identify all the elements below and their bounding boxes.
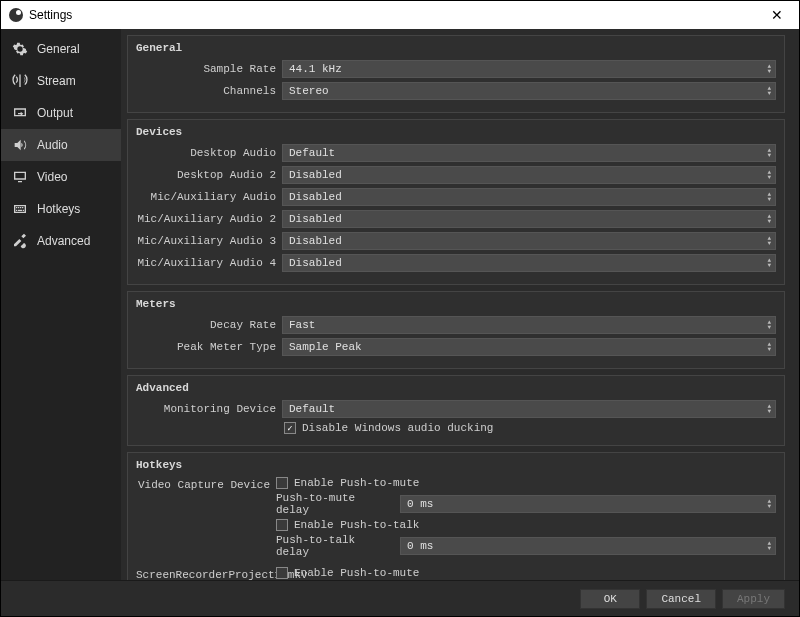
select-value: Default (289, 147, 335, 159)
select-value: Disabled (289, 213, 342, 225)
channels-label: Channels (136, 85, 276, 97)
select-value: Sample Peak (289, 341, 362, 353)
monitoring-device-select[interactable]: Default▲▼ (282, 400, 776, 418)
decay-rate-select[interactable]: Fast▲▼ (282, 316, 776, 334)
section-title: Devices (136, 126, 776, 138)
desktop-audio2-select[interactable]: Disabled▲▼ (282, 166, 776, 184)
sidebar-item-label: Hotkeys (37, 202, 80, 216)
mic-audio2-select[interactable]: Disabled▲▼ (282, 210, 776, 228)
ptt-enable-label: Enable Push-to-talk (294, 519, 419, 531)
ok-button[interactable]: OK (580, 589, 640, 609)
sidebar-item-label: Audio (37, 138, 68, 152)
sidebar: General Stream Output Audio Video Hotkey… (1, 29, 121, 580)
ptt-delay-input[interactable]: 0 ms▲▼ (400, 537, 776, 555)
ptm-enable-label: Enable Push-to-mute (294, 567, 419, 579)
section-title: Advanced (136, 382, 776, 394)
output-icon (11, 105, 29, 121)
mic-audio-select[interactable]: Disabled▲▼ (282, 188, 776, 206)
close-button[interactable]: ✕ (763, 7, 791, 23)
hotkey-source-label: ScreenRecorderProject1.mkv (136, 567, 276, 580)
sidebar-item-output[interactable]: Output (1, 97, 121, 129)
antenna-icon (11, 73, 29, 89)
mic-audio3-select[interactable]: Disabled▲▼ (282, 232, 776, 250)
ptm-delay-input[interactable]: 0 ms▲▼ (400, 495, 776, 513)
select-arrows-icon: ▲▼ (767, 64, 771, 74)
sidebar-item-label: Advanced (37, 234, 90, 248)
sidebar-item-label: Video (37, 170, 67, 184)
ptm-delay-label: Push-to-mute delay (276, 492, 394, 516)
ptm-checkbox[interactable] (276, 477, 288, 489)
section-title: Meters (136, 298, 776, 310)
mic-audio4-select[interactable]: Disabled▲▼ (282, 254, 776, 272)
section-title: General (136, 42, 776, 54)
device-label: Mic/Auxiliary Audio 4 (136, 257, 276, 269)
device-label: Mic/Auxiliary Audio 2 (136, 213, 276, 225)
keyboard-icon (11, 201, 29, 217)
select-arrows-icon: ▲▼ (767, 258, 771, 268)
titlebar: Settings ✕ (1, 1, 799, 29)
section-meters: Meters Decay RateFast▲▼ Peak Meter TypeS… (127, 291, 785, 369)
gear-icon (11, 41, 29, 57)
section-general: General Sample Rate 44.1 kHz ▲▼ Channels… (127, 35, 785, 113)
settings-content: General Sample Rate 44.1 kHz ▲▼ Channels… (121, 29, 799, 580)
channels-select[interactable]: Stereo ▲▼ (282, 82, 776, 100)
select-value: Disabled (289, 191, 342, 203)
device-label: Mic/Auxiliary Audio (136, 191, 276, 203)
sample-rate-select[interactable]: 44.1 kHz ▲▼ (282, 60, 776, 78)
app-icon (9, 8, 23, 22)
select-arrows-icon: ▲▼ (767, 86, 771, 96)
select-arrows-icon: ▲▼ (767, 342, 771, 352)
sample-rate-label: Sample Rate (136, 63, 276, 75)
monitor-icon (11, 169, 29, 185)
device-label: Mic/Auxiliary Audio 3 (136, 235, 276, 247)
peak-label: Peak Meter Type (136, 341, 276, 353)
select-value: Disabled (289, 257, 342, 269)
select-value: Stereo (289, 85, 329, 97)
ducking-checkbox[interactable] (284, 422, 296, 434)
select-value: Fast (289, 319, 315, 331)
window-title: Settings (29, 8, 72, 22)
desktop-audio-select[interactable]: Default▲▼ (282, 144, 776, 162)
ptm-enable-label: Enable Push-to-mute (294, 477, 419, 489)
select-arrows-icon: ▲▼ (767, 214, 771, 224)
spinner-icon: ▲▼ (767, 499, 771, 509)
select-arrows-icon: ▲▼ (767, 192, 771, 202)
decay-label: Decay Rate (136, 319, 276, 331)
sidebar-item-audio[interactable]: Audio (1, 129, 121, 161)
select-value: Disabled (289, 235, 342, 247)
num-value: 0 ms (407, 498, 433, 510)
select-value: 44.1 kHz (289, 63, 342, 75)
device-label: Desktop Audio (136, 147, 276, 159)
section-devices: Devices Desktop AudioDefault▲▼ Desktop A… (127, 119, 785, 285)
section-hotkeys: Hotkeys Video Capture Device Enable Push… (127, 452, 785, 580)
tools-icon (11, 233, 29, 249)
select-arrows-icon: ▲▼ (767, 170, 771, 180)
section-advanced: Advanced Monitoring DeviceDefault▲▼ Disa… (127, 375, 785, 446)
select-arrows-icon: ▲▼ (767, 320, 771, 330)
section-title: Hotkeys (136, 459, 776, 471)
select-arrows-icon: ▲▼ (767, 236, 771, 246)
apply-button[interactable]: Apply (722, 589, 785, 609)
ptt-delay-label: Push-to-talk delay (276, 534, 394, 558)
sidebar-item-stream[interactable]: Stream (1, 65, 121, 97)
footer: OK Cancel Apply (1, 580, 799, 616)
hotkey-source-label: Video Capture Device (136, 477, 276, 491)
sidebar-item-advanced[interactable]: Advanced (1, 225, 121, 257)
select-arrows-icon: ▲▼ (767, 148, 771, 158)
sidebar-item-label: General (37, 42, 80, 56)
ducking-label: Disable Windows audio ducking (302, 422, 493, 434)
sidebar-item-label: Output (37, 106, 73, 120)
sidebar-item-hotkeys[interactable]: Hotkeys (1, 193, 121, 225)
sidebar-item-general[interactable]: General (1, 33, 121, 65)
speaker-icon (11, 137, 29, 153)
cancel-button[interactable]: Cancel (646, 589, 716, 609)
ptt-checkbox[interactable] (276, 519, 288, 531)
select-value: Disabled (289, 169, 342, 181)
device-label: Desktop Audio 2 (136, 169, 276, 181)
peak-meter-select[interactable]: Sample Peak▲▼ (282, 338, 776, 356)
select-value: Default (289, 403, 335, 415)
select-arrows-icon: ▲▼ (767, 404, 771, 414)
monitoring-label: Monitoring Device (136, 403, 276, 415)
sidebar-item-video[interactable]: Video (1, 161, 121, 193)
ptm-checkbox[interactable] (276, 567, 288, 579)
